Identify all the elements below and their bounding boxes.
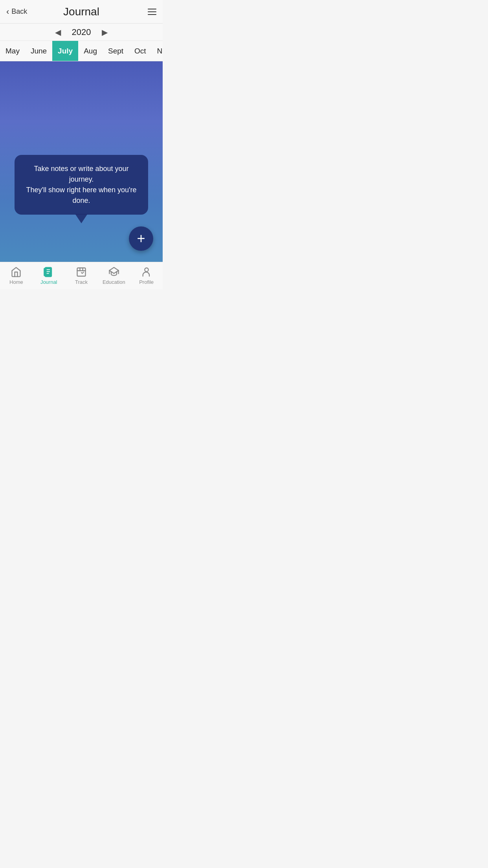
tab-journal-label: Journal (40, 279, 57, 285)
tab-home-label: Home (9, 279, 23, 285)
empty-state-bubble: Take notes or write about your journey. … (15, 155, 148, 215)
home-icon (11, 267, 22, 278)
month-tab-sept[interactable]: Sept (103, 41, 129, 61)
tab-education[interactable]: Education (97, 262, 130, 289)
track-icon (76, 267, 87, 278)
month-tab-june[interactable]: June (25, 41, 52, 61)
menu-button[interactable] (148, 9, 156, 15)
prev-year-button[interactable]: ◀ (52, 24, 64, 40)
year-navigation: ◀ 2020 ▶ (0, 24, 163, 41)
month-tab-oct[interactable]: Oct (129, 41, 152, 61)
month-tab-aug[interactable]: Aug (78, 41, 103, 61)
plus-icon: + (137, 232, 145, 246)
back-button[interactable]: ‹ Back (6, 7, 27, 16)
tab-track[interactable]: Track (65, 262, 98, 289)
svg-rect-4 (44, 268, 46, 276)
message-line2: They'll show right here when you're done… (26, 185, 137, 206)
education-icon (108, 267, 119, 278)
month-tab-nov[interactable]: Nov (152, 41, 163, 61)
tab-education-label: Education (103, 279, 125, 285)
month-tab-july[interactable]: July (52, 41, 78, 61)
tab-track-label: Track (75, 279, 88, 285)
journal-content-area: Take notes or write about your journey. … (0, 61, 163, 262)
tab-profile-label: Profile (139, 279, 154, 285)
year-label: 2020 (72, 27, 91, 37)
chevron-left-icon: ‹ (6, 7, 9, 16)
journal-icon (43, 267, 54, 278)
header: ‹ Back Journal (0, 0, 163, 24)
tab-bar: Home Journal Track Education (0, 262, 163, 289)
profile-icon (141, 267, 152, 278)
svg-rect-0 (45, 267, 51, 276)
add-entry-button[interactable]: + (129, 226, 153, 251)
tab-home[interactable]: Home (0, 262, 33, 289)
tab-journal[interactable]: Journal (33, 262, 65, 289)
next-year-button[interactable]: ▶ (99, 24, 111, 40)
svg-point-10 (145, 268, 148, 272)
page-title: Journal (63, 6, 99, 18)
svg-rect-5 (77, 268, 85, 276)
month-tab-may[interactable]: May (0, 41, 25, 61)
message-line1: Take notes or write about your journey. (26, 164, 137, 185)
month-tabs: MayJuneJulyAugSeptOctNovDec (0, 41, 163, 61)
back-label: Back (11, 7, 27, 16)
tab-profile[interactable]: Profile (130, 262, 163, 289)
